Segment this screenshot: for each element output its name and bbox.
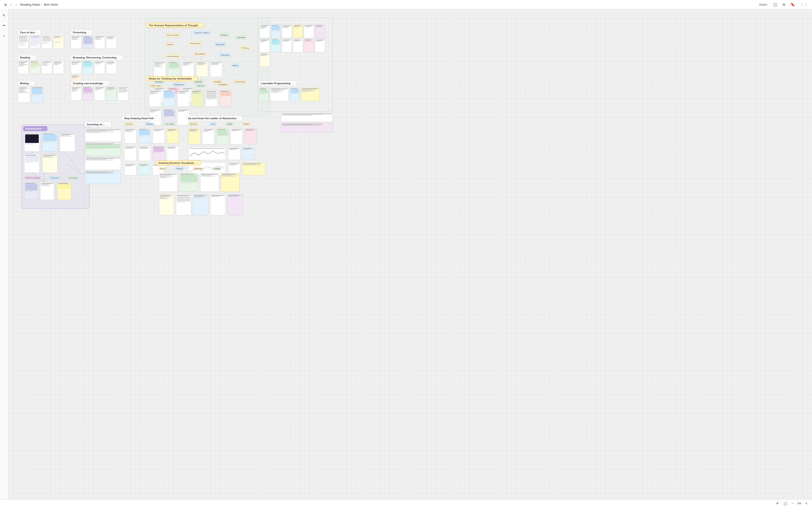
map-node: Agency: [231, 64, 239, 67]
grid-toggle-button[interactable]: ⊞: [3, 2, 8, 7]
doc-thumb: [83, 61, 93, 74]
doc-thumb: [31, 87, 43, 103]
doc-thumb: [53, 36, 64, 49]
doc-thumb: [57, 182, 71, 200]
doc-thumb: [210, 194, 225, 215]
doc-thumb: [282, 39, 292, 52]
layers-button[interactable]: ⧉: [781, 2, 786, 7]
back-button[interactable]: ‹: [9, 2, 13, 7]
media-label[interactable]: Media for Thinking the Unthinkable ···: [147, 76, 198, 81]
doc-thumb: [41, 61, 52, 74]
breadcrumb: Reading Notes / Bret Victor: [20, 3, 58, 6]
doc-thumb: [94, 87, 105, 101]
stop-drawing-label[interactable]: Stop Drawing Dead Fish ···: [122, 116, 159, 121]
breadcrumb-part2[interactable]: Bret Victor: [44, 3, 58, 6]
doc-thumb: [106, 36, 117, 49]
doc-thumb: [40, 182, 54, 200]
doc-thumb: [260, 53, 270, 67]
creating-label[interactable]: Creating new knowledge ···: [71, 81, 109, 86]
doc-thumb: [304, 24, 314, 38]
doc-thumb: [83, 87, 93, 101]
doc-thumb: [94, 61, 105, 74]
zoom-out-button[interactable]: −: [791, 501, 795, 506]
search-icon[interactable]: ⌕: [2, 33, 6, 39]
doc-thumb: [193, 194, 208, 215]
writing-label[interactable]: Writing ···: [18, 81, 35, 86]
dynamicland-label[interactable]: Dynamicland ···: [23, 126, 47, 131]
doc-thumb: [71, 36, 82, 49]
humane-label[interactable]: The Humane Representation of Thought ···: [147, 23, 204, 28]
doc-thumb: [177, 90, 189, 107]
doc-thumb: [138, 128, 151, 144]
doc-thumb: [301, 88, 320, 101]
doc-thumb: [138, 164, 151, 175]
cluster-presenting: Presenting ···: [71, 30, 122, 49]
doc-thumb: [271, 39, 281, 52]
map-node: Data viz: [159, 167, 167, 170]
cursor-icon[interactable]: ↖: [2, 12, 7, 18]
doc-thumb: [42, 154, 58, 173]
doc-thumb: [18, 36, 29, 49]
map-node: Live coding: [164, 122, 175, 125]
doc-thumb: [159, 173, 177, 192]
doc-thumb: [154, 61, 166, 77]
main-area: ↖ ✒ ⌕: [0, 9, 812, 500]
doc-thumb: [41, 36, 52, 49]
doc-thumb: [124, 146, 137, 161]
doc-thumb: [290, 88, 300, 101]
topbar-right: Share ⬜ ⧉ 🔖 ⋮⋮: [757, 2, 809, 7]
doc-thumb: [53, 61, 64, 74]
map-node: Iteration: [242, 122, 250, 125]
doc-thumb: [85, 157, 121, 170]
settings-button[interactable]: ⋮⋮: [799, 2, 809, 7]
doc-thumb: [124, 128, 137, 144]
share-button[interactable]: Share: [757, 2, 769, 7]
inventing-label[interactable]: Inventing on ... ···: [85, 122, 111, 127]
map-node: Manipulation: [189, 42, 202, 45]
bookmark-button[interactable]: 🔖: [789, 2, 797, 7]
zoom-in-button[interactable]: +: [804, 501, 808, 506]
browsing-label[interactable]: Browsing, Discovering, Connecting ···: [71, 55, 122, 60]
doc-thumb: [152, 128, 165, 144]
up-down-label[interactable]: Up and Down the Ladder of Abstraction ··…: [186, 116, 242, 121]
map-node: Discovery: [196, 84, 206, 87]
wave-chart: [189, 149, 224, 158]
zoom-percentage: 9%: [796, 502, 803, 505]
face-to-face-label[interactable]: Face to face ···: [18, 30, 41, 35]
doc-thumb: [228, 147, 240, 160]
map-node: Thinking tools: [172, 83, 185, 86]
doc-thumb: [227, 194, 243, 215]
doc-thumb: [191, 90, 203, 107]
forward-button[interactable]: ›: [14, 2, 18, 7]
view-toggle-button[interactable]: 👁: [775, 501, 780, 506]
map-node: Models: [226, 122, 234, 125]
cluster-writing: Writing ···: [18, 81, 43, 103]
breadcrumb-part1[interactable]: Reading Notes: [20, 3, 40, 6]
doc-thumb: [168, 61, 180, 77]
doc-thumb: [205, 90, 217, 107]
cluster-creating: Creating new knowledge ···: [71, 81, 137, 101]
reading-label[interactable]: Reading ···: [18, 55, 36, 60]
fit-button[interactable]: ⬜: [782, 501, 788, 506]
doc-thumb: [24, 133, 40, 152]
doc-thumb: [231, 128, 243, 144]
doc-thumb: [293, 24, 303, 38]
cluster-face-to-face: Face to face ···: [18, 30, 69, 49]
map-node: Interaction: [219, 53, 231, 57]
doc-thumb: [293, 39, 303, 52]
sidebar-toggle-button[interactable]: ⬜: [771, 2, 779, 7]
presenting-label[interactable]: Presenting ···: [71, 30, 92, 35]
doc-thumb: [200, 173, 219, 192]
map-node: Living room: [49, 176, 60, 179]
map-node: Visualization: [217, 83, 229, 86]
learnable-label[interactable]: Learnable Programming ···: [259, 81, 296, 86]
zoom-control: − 9% +: [791, 501, 808, 506]
canvas[interactable]: Face to face ··· Reading ···: [8, 9, 812, 500]
breadcrumb-sep: /: [42, 3, 43, 6]
doc-thumb: [242, 162, 266, 175]
drawing-dynamic-label[interactable]: Drawing Dynamic Visualizati... ···: [156, 161, 201, 165]
cluster-reading: Reading ···: [18, 55, 69, 74]
pen-icon[interactable]: ✒: [2, 22, 7, 29]
doc-thumb: [260, 24, 270, 38]
doc-thumb: [24, 154, 40, 173]
